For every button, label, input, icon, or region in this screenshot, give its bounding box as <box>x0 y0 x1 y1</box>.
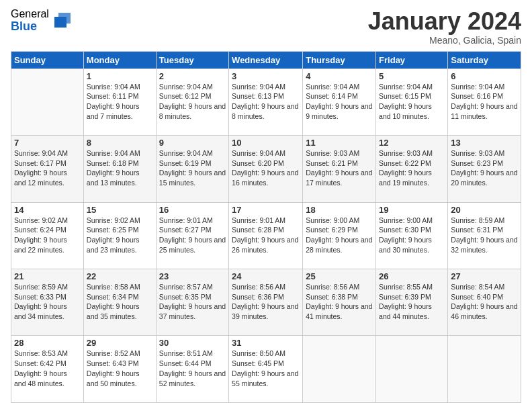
calendar-cell: 14Sunrise: 9:02 AMSunset: 6:24 PMDayligh… <box>11 202 84 269</box>
day-info: Sunrise: 8:56 AMSunset: 6:36 PMDaylight:… <box>232 282 300 322</box>
calendar-cell <box>376 336 448 403</box>
logo-general: General <box>11 8 49 20</box>
header: General Blue January 2024 Meano, Galicia… <box>11 8 521 46</box>
day-info: Sunrise: 9:02 AMSunset: 6:25 PMDaylight:… <box>87 216 153 255</box>
calendar-cell <box>11 68 84 135</box>
calendar-cell: 25Sunrise: 8:56 AMSunset: 6:38 PMDayligh… <box>303 269 376 336</box>
calendar-week-row: 1Sunrise: 9:04 AMSunset: 6:11 PMDaylight… <box>11 68 521 135</box>
calendar-cell: 28Sunrise: 8:53 AMSunset: 6:42 PMDayligh… <box>11 336 84 403</box>
calendar-cell: 5Sunrise: 9:04 AMSunset: 6:15 PMDaylight… <box>376 68 448 135</box>
day-number: 7 <box>14 138 81 148</box>
day-info: Sunrise: 9:00 AMSunset: 6:29 PMDaylight:… <box>306 216 373 255</box>
calendar-cell: 3Sunrise: 9:04 AMSunset: 6:13 PMDaylight… <box>229 68 303 135</box>
calendar-cell: 7Sunrise: 9:04 AMSunset: 6:17 PMDaylight… <box>11 136 84 202</box>
day-info: Sunrise: 9:04 AMSunset: 6:18 PMDaylight:… <box>87 148 153 188</box>
day-number: 30 <box>159 338 226 348</box>
calendar-cell: 21Sunrise: 8:59 AMSunset: 6:33 PMDayligh… <box>11 269 84 336</box>
calendar-cell: 15Sunrise: 9:02 AMSunset: 6:25 PMDayligh… <box>83 202 156 269</box>
calendar-cell: 18Sunrise: 9:00 AMSunset: 6:29 PMDayligh… <box>303 202 376 269</box>
calendar-cell: 22Sunrise: 8:58 AMSunset: 6:34 PMDayligh… <box>83 269 156 336</box>
logo-text: General Blue <box>11 8 49 33</box>
day-number: 16 <box>159 205 226 215</box>
calendar-cell: 17Sunrise: 9:01 AMSunset: 6:28 PMDayligh… <box>229 202 303 269</box>
calendar-cell: 4Sunrise: 9:04 AMSunset: 6:14 PMDaylight… <box>303 68 376 135</box>
day-info: Sunrise: 8:53 AMSunset: 6:42 PMDaylight:… <box>14 349 81 388</box>
calendar-cell: 1Sunrise: 9:04 AMSunset: 6:11 PMDaylight… <box>83 68 156 135</box>
day-info: Sunrise: 9:04 AMSunset: 6:17 PMDaylight:… <box>14 148 81 188</box>
day-number: 31 <box>232 338 300 348</box>
day-number: 11 <box>306 138 373 148</box>
day-number: 17 <box>232 205 300 215</box>
day-info: Sunrise: 8:57 AMSunset: 6:35 PMDaylight:… <box>159 282 226 322</box>
day-number: 6 <box>451 71 518 81</box>
day-info: Sunrise: 9:01 AMSunset: 6:27 PMDaylight:… <box>159 216 226 255</box>
day-info: Sunrise: 9:04 AMSunset: 6:19 PMDaylight:… <box>159 148 226 188</box>
calendar-header-row: Sunday Monday Tuesday Wednesday Thursday… <box>11 51 521 68</box>
day-info: Sunrise: 9:04 AMSunset: 6:14 PMDaylight:… <box>306 82 373 122</box>
day-number: 19 <box>379 205 445 215</box>
calendar-cell: 31Sunrise: 8:50 AMSunset: 6:45 PMDayligh… <box>229 336 303 403</box>
calendar-cell: 23Sunrise: 8:57 AMSunset: 6:35 PMDayligh… <box>156 269 228 336</box>
day-info: Sunrise: 8:56 AMSunset: 6:38 PMDaylight:… <box>306 282 373 322</box>
day-info: Sunrise: 8:54 AMSunset: 6:40 PMDaylight:… <box>451 282 518 322</box>
col-saturday: Saturday <box>448 51 521 68</box>
day-number: 24 <box>232 271 300 281</box>
day-number: 27 <box>451 271 518 281</box>
calendar-cell: 12Sunrise: 9:03 AMSunset: 6:22 PMDayligh… <box>376 136 448 202</box>
day-number: 25 <box>306 271 373 281</box>
day-number: 2 <box>159 71 226 81</box>
calendar-week-row: 21Sunrise: 8:59 AMSunset: 6:33 PMDayligh… <box>11 269 521 336</box>
calendar-week-row: 28Sunrise: 8:53 AMSunset: 6:42 PMDayligh… <box>11 336 521 403</box>
day-info: Sunrise: 9:03 AMSunset: 6:21 PMDaylight:… <box>306 148 373 188</box>
calendar-week-row: 14Sunrise: 9:02 AMSunset: 6:24 PMDayligh… <box>11 202 521 269</box>
col-thursday: Thursday <box>303 51 376 68</box>
day-info: Sunrise: 8:58 AMSunset: 6:34 PMDaylight:… <box>87 282 153 322</box>
logo-blue: Blue <box>11 20 49 34</box>
title-block: January 2024 Meano, Galicia, Spain <box>368 8 521 46</box>
day-number: 1 <box>87 71 153 81</box>
col-wednesday: Wednesday <box>229 51 303 68</box>
day-info: Sunrise: 8:59 AMSunset: 6:31 PMDaylight:… <box>451 216 518 255</box>
day-number: 18 <box>306 205 373 215</box>
day-info: Sunrise: 8:52 AMSunset: 6:43 PMDaylight:… <box>87 349 153 388</box>
logo: General Blue <box>11 8 73 33</box>
calendar-week-row: 7Sunrise: 9:04 AMSunset: 6:17 PMDaylight… <box>11 136 521 202</box>
calendar-cell: 16Sunrise: 9:01 AMSunset: 6:27 PMDayligh… <box>156 202 228 269</box>
day-info: Sunrise: 8:50 AMSunset: 6:45 PMDaylight:… <box>232 349 300 388</box>
day-number: 28 <box>14 338 81 348</box>
day-info: Sunrise: 9:04 AMSunset: 6:20 PMDaylight:… <box>232 148 300 188</box>
page: General Blue January 2024 Meano, Galicia… <box>0 0 532 411</box>
day-number: 29 <box>87 338 153 348</box>
calendar-cell: 29Sunrise: 8:52 AMSunset: 6:43 PMDayligh… <box>83 336 156 403</box>
day-number: 20 <box>451 205 518 215</box>
day-number: 15 <box>87 205 153 215</box>
day-number: 10 <box>232 138 300 148</box>
day-number: 26 <box>379 271 445 281</box>
day-number: 8 <box>87 138 153 148</box>
calendar-cell: 11Sunrise: 9:03 AMSunset: 6:21 PMDayligh… <box>303 136 376 202</box>
day-info: Sunrise: 8:51 AMSunset: 6:44 PMDaylight:… <box>159 349 226 388</box>
day-info: Sunrise: 9:02 AMSunset: 6:24 PMDaylight:… <box>14 216 81 255</box>
calendar-table: Sunday Monday Tuesday Wednesday Thursday… <box>11 51 521 403</box>
calendar-cell: 19Sunrise: 9:00 AMSunset: 6:30 PMDayligh… <box>376 202 448 269</box>
day-info: Sunrise: 9:04 AMSunset: 6:12 PMDaylight:… <box>159 82 226 122</box>
day-number: 4 <box>306 71 373 81</box>
day-info: Sunrise: 8:55 AMSunset: 6:39 PMDaylight:… <box>379 282 445 322</box>
calendar-cell: 26Sunrise: 8:55 AMSunset: 6:39 PMDayligh… <box>376 269 448 336</box>
col-monday: Monday <box>83 51 156 68</box>
day-info: Sunrise: 9:04 AMSunset: 6:15 PMDaylight:… <box>379 82 445 122</box>
calendar-cell: 8Sunrise: 9:04 AMSunset: 6:18 PMDaylight… <box>83 136 156 202</box>
calendar-cell: 20Sunrise: 8:59 AMSunset: 6:31 PMDayligh… <box>448 202 521 269</box>
calendar-cell: 6Sunrise: 9:04 AMSunset: 6:16 PMDaylight… <box>448 68 521 135</box>
calendar-cell: 30Sunrise: 8:51 AMSunset: 6:44 PMDayligh… <box>156 336 228 403</box>
day-number: 13 <box>451 138 518 148</box>
location-subtitle: Meano, Galicia, Spain <box>368 35 521 46</box>
calendar-cell <box>303 336 376 403</box>
day-info: Sunrise: 8:59 AMSunset: 6:33 PMDaylight:… <box>14 282 81 322</box>
day-number: 14 <box>14 205 81 215</box>
day-info: Sunrise: 9:01 AMSunset: 6:28 PMDaylight:… <box>232 216 300 255</box>
logo-icon <box>52 10 73 32</box>
day-number: 12 <box>379 138 445 148</box>
calendar-cell: 27Sunrise: 8:54 AMSunset: 6:40 PMDayligh… <box>448 269 521 336</box>
day-info: Sunrise: 9:03 AMSunset: 6:23 PMDaylight:… <box>451 148 518 188</box>
